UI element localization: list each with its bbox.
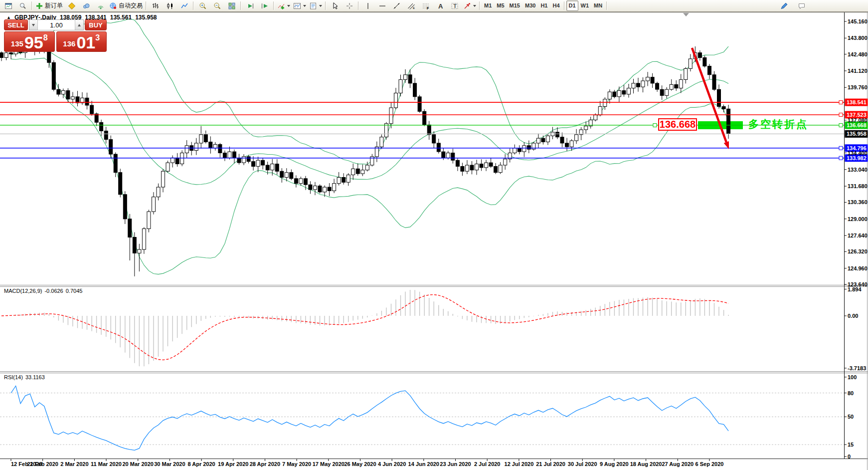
line-handle[interactable]: [839, 101, 843, 104]
volume-increase-button[interactable]: [75, 20, 83, 30]
equidistant-channel-button[interactable]: E: [404, 0, 418, 11]
signals-button[interactable]: [79, 0, 93, 11]
auto-scroll-button[interactable]: [243, 0, 257, 11]
templates-button[interactable]: [308, 0, 324, 11]
line-handle[interactable]: [839, 113, 843, 117]
buy-price-panel[interactable]: 136 01 3: [56, 31, 107, 52]
periods-button[interactable]: [292, 0, 308, 11]
toolbar-separator: [479, 1, 480, 10]
horizontal-line-icon: [378, 2, 386, 10]
chart-canvas[interactable]: 138.541137.523136.668134.796133.982135.9…: [0, 0, 868, 470]
market-button[interactable]: [64, 0, 79, 11]
quick-edit-icon: [780, 2, 788, 10]
timeframe-m1-button[interactable]: M1: [482, 0, 494, 11]
chart-shift-button[interactable]: [257, 0, 272, 11]
sell-button[interactable]: SELL: [4, 19, 28, 30]
sell-price-panel[interactable]: 135 95 8: [4, 31, 55, 52]
price-level-line[interactable]: [0, 146, 844, 150]
text-button[interactable]: A: [433, 0, 447, 11]
new-order-label: 新订单: [45, 1, 63, 10]
text-label-icon: T: [451, 2, 459, 10]
templates-icon: [309, 2, 317, 10]
vertical-line-icon: [364, 2, 372, 10]
chart-shift-marker-icon[interactable]: [683, 13, 689, 16]
line-handle[interactable]: [839, 124, 843, 127]
timeframe-m15-button[interactable]: M15: [507, 0, 522, 11]
svg-text:12 Jul 2020: 12 Jul 2020: [505, 461, 534, 467]
svg-text:E: E: [413, 6, 415, 9]
volume-input[interactable]: 1.00: [38, 20, 75, 30]
news-button[interactable]: [93, 0, 108, 11]
candlestick-chart-button[interactable]: [163, 0, 177, 11]
buy-button[interactable]: BUY: [85, 19, 107, 30]
toolbar-separator: [273, 1, 274, 10]
timeframe-m5-button[interactable]: M5: [494, 0, 507, 11]
text-label-button[interactable]: T: [447, 0, 462, 11]
line-handle[interactable]: [839, 156, 843, 160]
timeframe-mn-button[interactable]: MN: [591, 0, 605, 11]
macd-name: MACD(12,26,9): [4, 288, 42, 294]
svg-text:130.360: 130.360: [848, 199, 868, 205]
price-callout-box[interactable]: 136.668: [658, 118, 697, 131]
profiles-button[interactable]: [15, 0, 30, 11]
svg-text:100: 100: [848, 374, 857, 380]
cursor-icon: [331, 2, 339, 10]
timeframe-h4-button[interactable]: H4: [550, 0, 562, 11]
rsi-line: [11, 386, 728, 451]
zoom-out-button[interactable]: [210, 0, 224, 11]
arrow-objects-button[interactable]: [462, 0, 478, 11]
toolbar-separator: [146, 1, 147, 10]
toolbar-separator: [325, 1, 326, 10]
svg-text:1.894: 1.894: [848, 286, 862, 292]
new-order-button[interactable]: 新订单: [34, 0, 64, 11]
line-handle[interactable]: [653, 124, 657, 127]
new-chart-button[interactable]: [1, 0, 15, 11]
horizontal-line-button[interactable]: [375, 0, 389, 11]
svg-text:11 Mar 2020: 11 Mar 2020: [91, 461, 122, 467]
zoom-in-button[interactable]: [195, 0, 210, 11]
fibonacci-button[interactable]: F: [418, 0, 433, 11]
bar-chart-button[interactable]: [148, 0, 163, 11]
one-click-trading-widget: SELL 1.00 BUY 135 95 8 136 01 3: [4, 19, 107, 52]
svg-text:30 Jul 2020: 30 Jul 2020: [568, 461, 597, 467]
timeframe-d1-button[interactable]: D1: [566, 0, 578, 11]
tile-windows-button[interactable]: [224, 0, 239, 11]
timeframe-m30-button[interactable]: M30: [522, 0, 538, 11]
candlestick-chart-icon: [166, 2, 174, 10]
svg-text:7 May 2020: 7 May 2020: [282, 461, 311, 467]
signals-icon: [82, 2, 90, 10]
chat-button[interactable]: [794, 0, 809, 11]
svg-text:4 Jun 2020: 4 Jun 2020: [378, 461, 406, 467]
chat-icon: [798, 2, 806, 10]
svg-text:21 Feb 2020: 21 Feb 2020: [27, 461, 58, 467]
sell-price-sup: 8: [43, 33, 48, 42]
timeframe-h1-button[interactable]: H1: [538, 0, 550, 11]
rsi-name: RSI(14): [4, 374, 23, 380]
vertical-line-button[interactable]: [360, 0, 375, 11]
periods-icon: [293, 2, 301, 10]
zoom-in-icon: [199, 2, 207, 10]
volume-decrease-button[interactable]: [29, 20, 38, 30]
autotrading-button[interactable]: 自动交易: [108, 0, 144, 11]
crosshair-icon: [346, 2, 353, 10]
svg-text:-3.7183: -3.7183: [848, 365, 866, 371]
line-handle[interactable]: [839, 146, 843, 150]
timeframe-w1-button[interactable]: W1: [578, 0, 592, 11]
svg-text:8 Apr 2020: 8 Apr 2020: [187, 461, 215, 467]
new-order-icon: [35, 2, 43, 10]
annotation-text[interactable]: 多空转折点: [748, 117, 808, 131]
toolbar-separator: [240, 1, 241, 10]
cursor-button[interactable]: [328, 0, 342, 11]
trendline-button[interactable]: [389, 0, 404, 11]
svg-text:14 Jun 2020: 14 Jun 2020: [408, 461, 439, 467]
auto-scroll-icon: [246, 2, 254, 10]
chevron-down-icon: [473, 5, 476, 7]
crosshair-button[interactable]: [342, 0, 356, 11]
bar-chart-icon: [152, 2, 160, 10]
quick-edit-button[interactable]: [777, 0, 791, 11]
autotrading-label: 自动交易: [119, 1, 143, 10]
price-level-line[interactable]: [0, 156, 844, 160]
svg-text:127.640: 127.640: [848, 233, 868, 238]
line-chart-button[interactable]: [177, 0, 191, 11]
indicators-button[interactable]: [276, 0, 292, 11]
